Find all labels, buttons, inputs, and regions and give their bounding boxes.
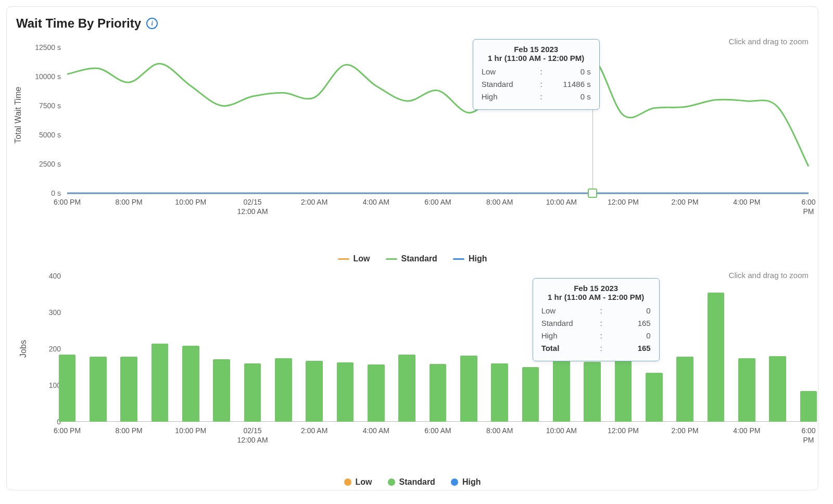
bar-plot-area[interactable] [67,276,809,422]
bar[interactable] [275,358,292,422]
page-title: Wait Time By Priority [16,16,141,31]
legend-item-standard[interactable]: Standard [388,477,435,487]
y-tick-label: 7500 s [39,102,61,110]
legend-label-low: Low [354,254,370,263]
hover-marker-square [588,188,597,198]
line-svg [67,47,809,193]
y-tick-label: 300 [49,308,61,317]
y-tick-label: 200 [49,345,61,353]
x-tick-label: 2:00 PM [672,426,699,435]
x-tick-label: 4:00 AM [363,197,389,207]
bar[interactable] [337,362,354,422]
bar[interactable] [615,360,632,422]
bar[interactable] [708,293,725,422]
tooltip-row: Low:0 s [482,66,591,78]
y-axis-labels: 0 s2500 s5000 s7500 s10000 s12500 s [27,47,64,193]
legend-label-high: High [462,477,481,487]
legend-item-low[interactable]: Low [344,477,372,487]
tooltip-range: 1 hr (11:00 AM - 12:00 PM) [541,293,651,301]
tooltip-date: Feb 15 2023 [482,45,591,54]
panel: Wait Time By Priority i Click and drag t… [6,6,818,490]
legend-item-standard[interactable]: Standard [386,254,437,263]
bar[interactable] [646,373,663,422]
y-tick-label: 0 s [51,189,61,197]
bar[interactable] [244,363,261,422]
legend-swatch-high [451,478,458,486]
bar[interactable] [584,362,601,422]
tooltip-date: Feb 15 2023 [541,284,651,293]
bar[interactable] [738,358,755,422]
legend-item-low[interactable]: Low [338,254,370,263]
bar[interactable] [800,391,817,422]
legend-swatch-standard [388,478,395,486]
tooltip-range: 1 hr (11:00 AM - 12:00 PM) [482,54,591,62]
x-tick-label: 8:00 PM [116,197,143,207]
tooltip-row: Total:165 [541,342,651,355]
x-tick-label: 4:00 AM [363,426,389,435]
line-chart-tooltip: Feb 15 2023 1 hr (11:00 AM - 12:00 PM) L… [473,39,600,110]
bar[interactable] [368,364,385,422]
x-tick-label: 2:00 AM [301,426,327,435]
bar[interactable] [90,357,107,422]
tooltip-row: Standard:11486 s [482,78,591,91]
bar[interactable] [491,363,508,422]
legend-label-standard: Standard [401,254,437,263]
wait-time-line-chart[interactable]: Click and drag to zoom Total Wait Time 0… [16,37,809,214]
legend-item-high[interactable]: High [453,254,487,263]
bar[interactable] [430,364,447,422]
line-chart-legend: Low Standard High [16,243,809,268]
legend-item-high[interactable]: High [451,477,481,487]
bar-chart-legend: Low Standard High [16,466,809,491]
legend-swatch-high [453,258,464,260]
x-tick-label: 2:00 AM [301,197,327,207]
x-tick-label: 6:00 PM [801,197,815,216]
bar[interactable] [120,357,137,422]
x-axis-line [67,193,809,193]
tooltip-row: High:0 s [482,91,591,103]
bar[interactable] [769,356,786,422]
bar-plot[interactable]: 0100200300400 [27,276,809,422]
x-tick-label: 12:00 PM [608,426,639,435]
legend-swatch-low [338,258,349,260]
x-tick-label: 10:00 AM [546,426,577,435]
x-tick-label: 02/1512:00 AM [237,426,268,445]
x-tick-label: 6:00 PM [54,426,81,435]
x-tick-label: 2:00 PM [672,197,699,207]
bar[interactable] [676,357,693,422]
x-tick-label: 8:00 AM [486,197,513,207]
bar[interactable] [398,355,415,422]
bar[interactable] [182,346,199,422]
series-line [67,59,809,167]
x-tick-label: 10:00 AM [546,197,577,207]
bar[interactable] [59,355,76,422]
legend-swatch-standard [386,258,397,260]
legend-label-low: Low [356,477,372,487]
tooltip-row: High:0 [541,330,651,342]
line-plot[interactable]: 0 s2500 s5000 s7500 s10000 s12500 s [27,47,809,193]
x-tick-label: 10:00 PM [175,197,206,207]
x-tick-label: 10:00 PM [175,426,206,435]
y-tick-label: 2500 s [39,160,61,168]
x-tick-label: 12:00 PM [608,197,639,207]
x-tick-label: 6:00 PM [54,197,81,207]
y-tick-label: 400 [49,272,61,280]
bars-container [67,276,809,422]
tooltip-row: Low:0 [541,305,651,317]
info-icon[interactable]: i [146,18,158,29]
y-axis-title: Total Wait Time [14,87,23,144]
bar[interactable] [306,361,323,422]
jobs-bar-chart[interactable]: Click and drag to zoom Jobs 010020030040… [16,271,809,437]
title-row: Wait Time By Priority i [16,16,809,31]
bar[interactable] [522,367,539,422]
x-tick-label: 6:00 PM [801,426,815,445]
x-tick-label: 8:00 AM [486,426,513,435]
bar-chart-tooltip: Feb 15 2023 1 hr (11:00 AM - 12:00 PM) L… [533,278,660,361]
y-tick-label: 5000 s [39,131,61,139]
legend-label-standard: Standard [399,477,435,487]
bar[interactable] [213,359,230,422]
bar[interactable] [460,356,477,422]
x-tick-label: 4:00 PM [733,426,760,435]
zoom-hint: Click and drag to zoom [729,37,809,46]
bar[interactable] [152,344,169,422]
line-plot-area[interactable] [67,47,809,193]
